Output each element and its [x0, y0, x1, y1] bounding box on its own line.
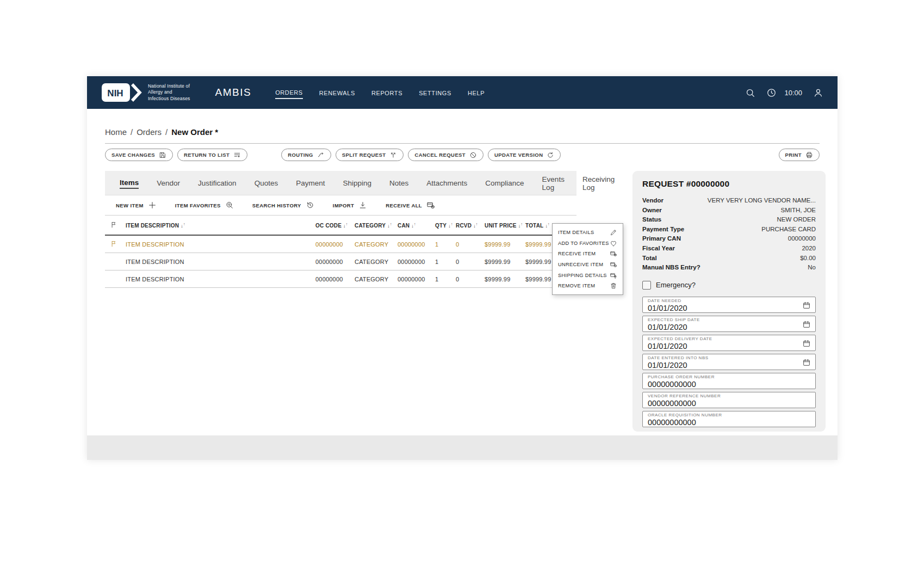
print-icon	[805, 151, 813, 159]
update-version-button[interactable]: UPDATE VERSION	[488, 149, 561, 161]
sort-icon: ↓↑	[518, 223, 523, 229]
calendar-icon[interactable]	[802, 301, 811, 310]
col-rcvd[interactable]: RCVD↓↑	[456, 222, 485, 229]
page-content: Home/Orders/New Order * SAVE CHANGES RET…	[87, 109, 838, 435]
import-button[interactable]: IMPORT	[333, 201, 367, 210]
print-button[interactable]: PRINT	[779, 149, 820, 161]
expected-ship-date-field[interactable]: EXPECTED SHIP DATE 01/01/2020	[642, 316, 816, 332]
summary-row-payment-type: Payment TypePURCHASE CARD	[642, 225, 816, 235]
item-favorites-button[interactable]: ITEM FAVORITES	[175, 201, 234, 210]
menu-remove-item[interactable]: REMOVE ITEM	[553, 280, 623, 291]
date-needed-field[interactable]: DATE NEEDED 01/01/2020	[642, 297, 816, 313]
tab-vendor[interactable]: Vendor	[157, 177, 180, 188]
tab-compliance[interactable]: Compliance	[485, 177, 524, 188]
col-unit-price[interactable]: UNIT PRICE↓↑	[485, 222, 525, 229]
tab-justification[interactable]: Justification	[198, 177, 237, 188]
breadcrumb-home[interactable]: Home	[105, 127, 127, 137]
new-item-button[interactable]: NEW ITEM	[116, 201, 157, 210]
menu-add-to-favorites[interactable]: ADD TO FAVORITES	[553, 238, 623, 249]
cell-oc-code: 00000000	[315, 276, 355, 282]
nav-reports[interactable]: REPORTS	[371, 87, 402, 99]
col-oc-code[interactable]: OC CODE↓↑	[315, 222, 355, 229]
sort-icon: ↓↑	[411, 223, 416, 229]
items-section: Items Vendor Justification Quotes Paymen…	[105, 171, 576, 432]
nav-renewals[interactable]: RENEWALS	[319, 87, 355, 99]
app-footer	[87, 435, 838, 460]
cell-rcvd: 0	[456, 276, 485, 282]
cell-rcvd: 0	[456, 259, 485, 265]
calendar-icon[interactable]	[802, 320, 811, 329]
cell-unit-price: $9999.99	[485, 259, 525, 265]
cell-description: ITEM DESCRIPTION	[126, 241, 315, 248]
routing-button[interactable]: ROUTING	[281, 149, 331, 161]
app-name: AMBIS	[215, 87, 252, 99]
date-entered-nbs-field[interactable]: DATE ENTERED INTO NBS 01/01/2020	[642, 354, 816, 370]
oracle-requisition-number-field[interactable]: ORACLE REQUISITION NUMBER 00000000000	[642, 411, 816, 427]
tab-shipping[interactable]: Shipping	[343, 177, 371, 188]
calendar-icon[interactable]	[802, 339, 811, 348]
column-gap	[576, 171, 632, 432]
menu-item-details[interactable]: ITEM DETAILS	[553, 227, 623, 238]
tab-attachments[interactable]: Attachments	[426, 177, 467, 188]
col-category[interactable]: CATEGORY↓↑	[355, 222, 398, 229]
emergency-checkbox[interactable]	[642, 281, 651, 290]
cell-qty: 1	[435, 241, 456, 248]
table-row[interactable]: ITEM DESCRIPTION 00000000 CATEGORY 00000…	[105, 253, 576, 270]
tab-events-log[interactable]: Events Log	[542, 174, 565, 193]
return-to-list-button[interactable]: RETURN TO LIST	[177, 149, 247, 161]
split-request-button[interactable]: SPLIT REQUEST	[336, 149, 404, 161]
sort-icon: ↓↑	[387, 223, 392, 229]
tab-items[interactable]: Items	[120, 177, 139, 189]
receive-all-button[interactable]: RECEIVE ALL	[386, 201, 435, 210]
cell-qty: 1	[435, 276, 456, 282]
col-can[interactable]: CAN↓↑	[398, 222, 435, 229]
menu-unreceive-item[interactable]: UNRECEIVE ITEM	[553, 259, 623, 270]
header-utilities: 10:00	[745, 88, 823, 98]
refresh-icon	[547, 151, 554, 159]
col-qty[interactable]: QTY↓↑	[435, 222, 456, 229]
nav-orders[interactable]: ORDERS	[275, 87, 303, 99]
request-title: REQUEST #00000000	[642, 179, 816, 189]
vendor-reference-number-field[interactable]: VENDOR REFERENCE NUMBER 00000000000	[642, 392, 816, 408]
breadcrumb-orders[interactable]: Orders	[137, 127, 162, 137]
table-row[interactable]: ITEM DESCRIPTION 00000000 CATEGORY 00000…	[105, 270, 576, 288]
row-flag[interactable]	[105, 239, 126, 249]
main-area: Items Vendor Justification Quotes Paymen…	[87, 171, 838, 432]
shipping-details-icon	[610, 272, 617, 279]
routing-icon	[317, 151, 325, 159]
search-icon[interactable]	[745, 88, 755, 98]
nih-logo-mark: NIH	[101, 82, 142, 103]
tab-notes[interactable]: Notes	[389, 177, 408, 188]
expected-delivery-date-field[interactable]: EXPECTED DELIVERY DATE 01/01/2020	[642, 335, 816, 351]
cancel-request-button[interactable]: CANCEL REQUEST	[408, 149, 483, 161]
tab-quotes[interactable]: Quotes	[255, 177, 278, 188]
user-icon[interactable]	[813, 88, 823, 98]
summary-row-owner: OwnerSMITH, JOE	[642, 206, 816, 216]
calendar-icon[interactable]	[802, 358, 811, 367]
summary-row-status: StatusNEW ORDER	[642, 215, 816, 225]
breadcrumb: Home/Orders/New Order *	[87, 109, 838, 137]
nih-org-name: National Institute of Allergy and Infect…	[148, 83, 190, 101]
cell-unit-price: $9999.99	[485, 241, 525, 248]
nav-help[interactable]: HELP	[468, 87, 485, 99]
table-row[interactable]: ITEM DESCRIPTION 00000000 CATEGORY 00000…	[105, 236, 576, 253]
request-summary-panel: REQUEST #00000000 VendorVERY VERY LONG V…	[632, 171, 826, 432]
list-icon	[233, 151, 241, 159]
sort-icon: ↓↑	[343, 223, 348, 229]
cell-category: CATEGORY	[355, 241, 398, 248]
menu-receive-item[interactable]: RECEIVE ITEM	[553, 248, 623, 259]
tab-payment[interactable]: Payment	[296, 177, 325, 188]
menu-shipping-details[interactable]: SHIPPING DETAILS	[553, 270, 623, 281]
flag-icon	[110, 239, 117, 248]
receive-all-icon	[426, 201, 435, 210]
session-time: 10:00	[784, 89, 802, 97]
flag-column-header	[105, 220, 126, 230]
save-changes-button[interactable]: SAVE CHANGES	[105, 149, 173, 161]
sort-icon: ↓↑	[181, 223, 185, 229]
cell-can: 00000000	[398, 241, 435, 248]
search-history-button[interactable]: SEARCH HISTORY	[252, 201, 314, 210]
purchase-order-number-field[interactable]: PURCHASE ORDER NUMBER 00000000000	[642, 373, 816, 389]
receive-item-icon	[610, 250, 617, 257]
nav-settings[interactable]: SETTINGS	[419, 87, 451, 99]
col-item-description[interactable]: ITEM DESCRIPTION↓↑	[126, 222, 315, 229]
